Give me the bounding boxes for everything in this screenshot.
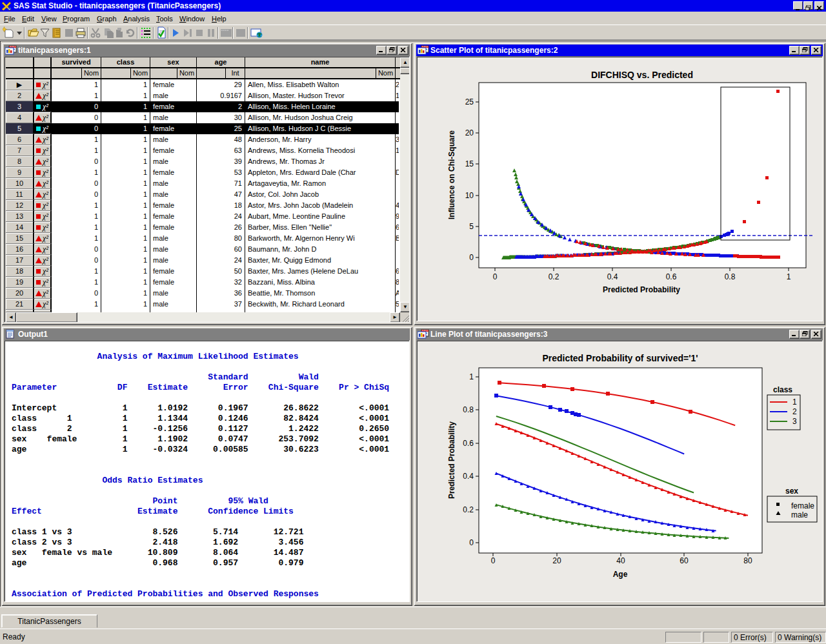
svg-text:0: 0 bbox=[491, 556, 496, 565]
svg-text:40: 40 bbox=[616, 556, 625, 565]
svg-text:Predicted Probability: Predicted Probability bbox=[603, 285, 680, 294]
svg-text:20: 20 bbox=[465, 128, 474, 137]
svg-text:0: 0 bbox=[493, 272, 498, 281]
svg-text:15: 15 bbox=[465, 159, 474, 168]
svg-text:Influence on Chi-Square: Influence on Chi-Square bbox=[447, 130, 456, 219]
svg-text:20: 20 bbox=[552, 556, 561, 565]
svg-text:1: 1 bbox=[787, 272, 791, 281]
svg-text:sex: sex bbox=[785, 487, 798, 496]
svg-text:3: 3 bbox=[792, 417, 797, 426]
svg-text:0.8: 0.8 bbox=[463, 405, 474, 414]
svg-text:Age: Age bbox=[613, 570, 628, 579]
svg-text:0.4: 0.4 bbox=[463, 472, 474, 481]
svg-text:0: 0 bbox=[469, 538, 474, 547]
svg-text:2: 2 bbox=[792, 407, 797, 416]
svg-text:5: 5 bbox=[469, 222, 474, 231]
svg-text:DIFCHISQ vs. Predicted: DIFCHISQ vs. Predicted bbox=[591, 70, 693, 80]
svg-text:1: 1 bbox=[792, 397, 797, 407]
svg-text:60: 60 bbox=[680, 556, 689, 565]
svg-text:1: 1 bbox=[469, 372, 474, 381]
svg-text:0.6: 0.6 bbox=[666, 272, 677, 281]
svg-text:0.4: 0.4 bbox=[607, 272, 618, 281]
svg-text:25: 25 bbox=[465, 97, 474, 106]
svg-text:male: male bbox=[791, 510, 808, 519]
svg-text:Predicted Probability: Predicted Probability bbox=[447, 421, 456, 499]
svg-text:0.8: 0.8 bbox=[725, 272, 736, 281]
svg-text:0.2: 0.2 bbox=[549, 272, 559, 281]
svg-text:10: 10 bbox=[465, 191, 474, 200]
svg-text:80: 80 bbox=[743, 556, 752, 565]
svg-text:0: 0 bbox=[469, 253, 474, 262]
svg-text:female: female bbox=[791, 501, 814, 510]
svg-text:0.6: 0.6 bbox=[463, 439, 474, 448]
svg-text:Predicted Probability of survi: Predicted Probability of survived='1' bbox=[542, 353, 698, 363]
svg-text:class: class bbox=[773, 385, 792, 394]
svg-text:0.2: 0.2 bbox=[463, 505, 474, 514]
